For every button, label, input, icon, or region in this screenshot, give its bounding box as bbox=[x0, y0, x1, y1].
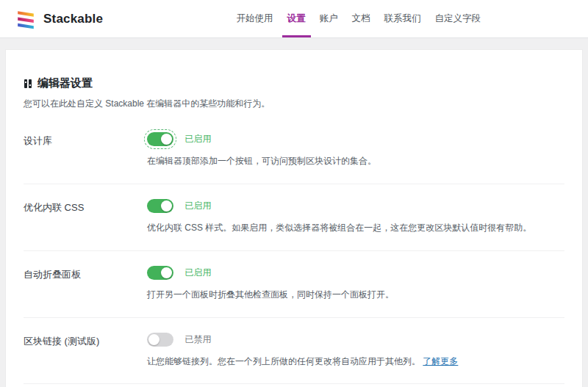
block-linking-toggle[interactable] bbox=[147, 333, 173, 347]
toggle-knob bbox=[161, 267, 172, 278]
toggle-knob bbox=[161, 134, 172, 145]
setting-row-optimize-inline-css: 优化内联 CSS 已启用 优化内联 CSS 样式。如果启用，类似选择器将被组合在… bbox=[24, 184, 564, 251]
settings-card: 编辑器设置 您可以在此处自定义 Stackable 在编辑器中的某些功能和行为。… bbox=[6, 50, 582, 387]
setting-control: 已启用 打开另一个面板时折叠其他检查面板，同时保持一个面板打开。 bbox=[147, 266, 564, 303]
status-badge: 已禁用 bbox=[184, 334, 211, 344]
learn-more-link[interactable]: 了解更多 bbox=[423, 356, 458, 366]
page-head: 编辑器设置 您可以在此处自定义 Stackable 在编辑器中的某些功能和行为。 bbox=[24, 76, 564, 110]
page-title-text: 编辑器设置 bbox=[37, 76, 93, 90]
setting-label: 设计库 bbox=[24, 132, 147, 170]
status-badge: 已启用 bbox=[184, 267, 211, 278]
toggle-knob bbox=[148, 334, 159, 345]
settings-rows: 设计库 已启用 在编辑器顶部添加一个按钮，可访问预制区块设计的集合。 优化内联 … bbox=[24, 117, 564, 387]
setting-control: 已禁用 让您能够链接列。您在一个列上所做的任何更改将自动应用于其他列。 了解更多 bbox=[147, 333, 564, 370]
setting-control: 已启用 在编辑器顶部添加一个按钮，可访问预制区块设计的集合。 bbox=[147, 132, 564, 170]
nav-item-custom-fields[interactable]: 自定义字段 bbox=[435, 0, 481, 37]
setting-label: 区块链接 (测试版) bbox=[24, 333, 147, 370]
brand-name: Stackable bbox=[43, 12, 103, 26]
setting-control: 已启用 优化内联 CSS 样式。如果启用，类似选择器将被组合在一起，这在您更改区… bbox=[147, 199, 564, 236]
page-subtitle: 您可以在此处自定义 Stackable 在编辑器中的某些功能和行为。 bbox=[24, 98, 564, 110]
status-badge: 已启用 bbox=[184, 200, 211, 211]
top-navigation: 开始使用 设置 账户 文档 联系我们 自定义字段 bbox=[237, 0, 481, 37]
setting-label: 自动折叠面板 bbox=[24, 266, 147, 303]
setting-description: 让您能够链接列。您在一个列上所做的任何更改将自动应用于其他列。 了解更多 bbox=[147, 354, 564, 370]
stackable-logo-icon bbox=[15, 8, 37, 30]
auto-collapse-panels-toggle[interactable] bbox=[147, 266, 173, 280]
setting-description-text: 打开另一个面板时折叠其他检查面板，同时保持一个面板打开。 bbox=[147, 289, 394, 300]
status-badge: 已启用 bbox=[184, 134, 211, 144]
setting-row-design-library: 设计库 已启用 在编辑器顶部添加一个按钮，可访问预制区块设计的集合。 bbox=[24, 117, 564, 184]
nav-item-docs[interactable]: 文档 bbox=[352, 0, 370, 37]
setting-description: 打开另一个面板时折叠其他检查面板，同时保持一个面板打开。 bbox=[147, 287, 564, 303]
top-bar: Stackable 开始使用 设置 账户 文档 联系我们 自定义字段 bbox=[0, 0, 588, 38]
setting-description: 在编辑器顶部添加一个按钮，可访问预制区块设计的集合。 bbox=[147, 153, 564, 170]
nav-item-contact[interactable]: 联系我们 bbox=[384, 0, 421, 37]
setting-row-block-linking: 区块链接 (测试版) 已禁用 让您能够链接列。您在一个列上所做的任何更改将自动应… bbox=[24, 318, 564, 385]
setting-row-nested-block-width: 嵌套区块宽度 当列区块的内容宽度设置为居中时使用的宽度。这是从您的主题自动检测的… bbox=[24, 384, 564, 387]
toggle-knob bbox=[161, 200, 172, 211]
optimize-inline-css-toggle[interactable] bbox=[147, 199, 173, 213]
sliders-icon bbox=[24, 79, 32, 89]
setting-label: 优化内联 CSS bbox=[24, 199, 147, 236]
design-library-toggle[interactable] bbox=[147, 132, 173, 146]
nav-item-settings[interactable]: 设置 bbox=[287, 0, 306, 37]
setting-description-text: 让您能够链接列。您在一个列上所做的任何更改将自动应用于其他列。 bbox=[147, 356, 420, 366]
setting-row-auto-collapse-panels: 自动折叠面板 已启用 打开另一个面板时折叠其他检查面板，同时保持一个面板打开。 bbox=[24, 251, 564, 318]
nav-item-get-started[interactable]: 开始使用 bbox=[237, 0, 273, 37]
page-title: 编辑器设置 bbox=[24, 76, 564, 90]
nav-item-account[interactable]: 账户 bbox=[320, 0, 338, 37]
setting-description: 优化内联 CSS 样式。如果启用，类似选择器将被组合在一起，这在您更改区块默认值… bbox=[147, 220, 564, 236]
